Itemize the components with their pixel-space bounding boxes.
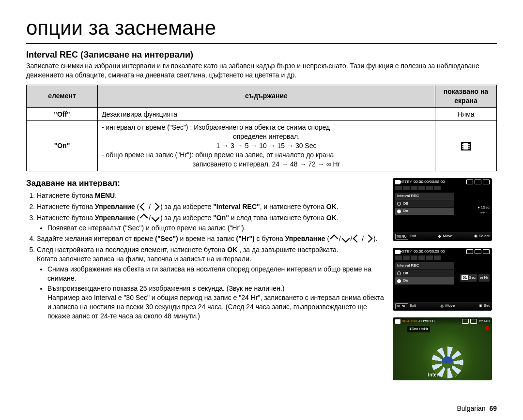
move-icon: ✥ [438, 234, 442, 240]
lcd-preview-2: STBY 00:00:00/00:58:00 Interval REC Off … [393, 248, 492, 311]
list-item: Натиснете бутона MENU. [37, 191, 384, 200]
move-icon: ✥ [440, 303, 444, 309]
content-columns: Задаване на интервал: Натиснете бутона M… [26, 176, 497, 380]
list-item: Натиснете бутона Упревлание ( / ) за да … [37, 213, 384, 233]
spec-table: елемент съдържание показвано на екрана "… [26, 85, 497, 171]
lcd-preview-3: 00:40:00/00:58:00 120 MIN 1Sec / ∞Hr Int… [393, 317, 492, 380]
film-icon [461, 142, 471, 150]
th-content: съдържание [98, 85, 435, 107]
memory-icon [462, 319, 469, 324]
camera-icon [395, 319, 400, 324]
record-icon [485, 326, 489, 330]
side-values: ▸ 1Sec ∞Hr [478, 205, 490, 216]
list-item: Появяват се нтервалът ("Sec") и общото в… [47, 224, 384, 233]
screenshots-column: STBY 00:00:00/00:58:00 Interval REC Off … [393, 176, 497, 380]
manual-page: опции за заснемане Interval REC (Записва… [0, 0, 523, 420]
memory-icon [466, 180, 473, 184]
memory-icon [483, 180, 490, 184]
intro-text: Записвате снимки на избрани интервали и … [26, 61, 497, 80]
side-pills: 01Sec ∞Hr [460, 274, 490, 282]
table-row: "Off" Дезактивира функцията Няма [27, 107, 497, 121]
camera-icon [395, 180, 400, 184]
howto-heading: Задаване на интервал: [26, 178, 384, 189]
cell-off-label: "Off" [27, 107, 98, 121]
cell-off-content: Дезактивира функцията [98, 107, 435, 121]
lcd-preview-1: STBY 00:00:00/00:58:00 Interval REC Off … [393, 178, 492, 241]
list-item: След настройката на последния елемент, н… [37, 245, 384, 320]
list-item: Възпроизвеждането показва 25 изображения… [47, 284, 384, 321]
cell-on-label: "On" [27, 121, 98, 171]
table-row: "On" - интервал от време ("Sec") : Изобр… [27, 121, 497, 171]
page-footer: Bulgarian_69 [457, 404, 497, 413]
instructions-column: Задаване на интервал: Натиснете бутона M… [26, 176, 384, 380]
memory-icon [483, 249, 490, 254]
list-item: Натиснете бутона Упревлание ( / ) за да … [37, 202, 384, 211]
cell-on-display [435, 121, 497, 171]
battery-icon [470, 319, 477, 324]
cell-on-content: - интервал от време ("Sec") : Изображени… [98, 121, 435, 171]
list-item: Задайте желания интервал от време ("Sec"… [37, 234, 384, 243]
battery-icon [475, 180, 481, 184]
th-display: показвано на екрана [435, 85, 497, 107]
camera-icon [395, 250, 400, 254]
th-element: елемент [27, 85, 98, 107]
memory-icon [466, 249, 473, 254]
list-item: Снима изображения на обекта и ги записва… [47, 265, 384, 283]
steps-list: Натиснете бутона MENU. Натиснете бутона … [26, 191, 384, 321]
page-title: опции за заснемане [26, 15, 497, 44]
battery-icon [475, 249, 481, 254]
cell-off-display: Няма [435, 107, 497, 121]
section-heading: Interval REC (Записване на интервали) [26, 49, 497, 60]
